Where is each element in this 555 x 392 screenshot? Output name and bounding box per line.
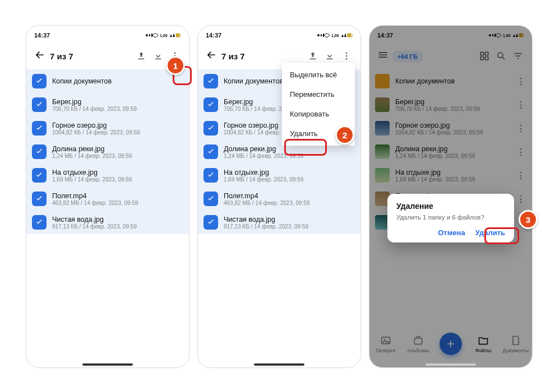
- status-icons: 1,00: [145, 32, 181, 39]
- list-item[interactable]: Берег.jpg 706,70 КБ / 14 февр. 2023, 09:…: [26, 93, 189, 116]
- menu-copy[interactable]: Копировать: [282, 104, 355, 124]
- phone-screen-3: 14:37 1,00 +64 ГБ: [369, 25, 533, 368]
- svg-text:1,00: 1,00: [331, 34, 339, 38]
- download-icon: [153, 51, 163, 61]
- file-meta: 1,24 МБ / 14 февр. 2023, 09:59: [52, 153, 183, 159]
- checkbox-checked-icon[interactable]: [32, 192, 47, 206]
- list-item[interactable]: Чистая вода.jpg 917,13 КБ / 14 февр. 202…: [26, 211, 189, 234]
- list-item[interactable]: Чистая вода.jpg 917,13 КБ / 14 февр. 202…: [198, 211, 360, 234]
- checkbox-checked-icon[interactable]: [203, 74, 218, 88]
- checkbox-checked-icon[interactable]: [32, 121, 47, 136]
- menu-move[interactable]: Переместить: [282, 85, 355, 104]
- download-button[interactable]: [150, 48, 166, 64]
- share-button[interactable]: [304, 48, 321, 64]
- file-name: Долина реки.jpg: [52, 145, 183, 153]
- selection-title: 7 из 7: [48, 52, 133, 61]
- back-button[interactable]: [203, 49, 219, 63]
- arrow-left-icon: [206, 49, 217, 60]
- home-indicator: [425, 363, 476, 366]
- checkbox-checked-icon[interactable]: [32, 144, 47, 159]
- dialog-cancel-button[interactable]: Отмена: [438, 228, 465, 237]
- file-meta: 917,13 КБ / 14 февр. 2023, 09:59: [224, 223, 355, 230]
- status-icons: 1,00: [317, 32, 353, 39]
- callout-badge-3: 3: [519, 210, 538, 229]
- file-name: Берег.jpg: [52, 98, 183, 106]
- file-meta: 463,82 МБ / 14 февр. 2023, 09:59: [52, 200, 183, 206]
- callout-badge-2: 2: [335, 125, 354, 144]
- download-icon: [325, 51, 335, 61]
- list-item[interactable]: На отдыхе.jpg 1,69 МБ / 14 февр. 2023, 0…: [198, 164, 360, 187]
- list-item[interactable]: Полет.mp4 463,82 МБ / 14 февр. 2023, 09:…: [26, 187, 189, 211]
- checkbox-checked-icon[interactable]: [32, 168, 47, 183]
- dialog-title: Удаление: [396, 202, 505, 211]
- phone-screen-2: 14:37 1,00 7 из 7: [197, 25, 361, 368]
- status-time: 14:37: [34, 32, 50, 39]
- checkbox-checked-icon[interactable]: [203, 192, 218, 206]
- svg-text:1,00: 1,00: [160, 34, 168, 38]
- svg-point-12: [346, 55, 348, 57]
- checkbox-checked-icon[interactable]: [32, 74, 47, 88]
- svg-point-4: [174, 52, 176, 54]
- svg-point-0: [146, 34, 148, 36]
- callout-ring-3: [484, 227, 519, 244]
- selection-header: 7 из 7: [26, 43, 189, 69]
- file-meta: 1,69 МБ / 14 февр. 2023, 09:59: [224, 176, 355, 183]
- list-item[interactable]: Горное озеро.jpg 1004,82 КБ / 14 февр. 2…: [26, 116, 189, 140]
- status-bar: 14:37 1,00: [198, 26, 360, 43]
- callout-ring-2: [284, 139, 327, 156]
- checkbox-checked-icon[interactable]: [203, 144, 218, 159]
- svg-rect-3: [176, 34, 179, 37]
- file-list: Копии документов Берег.jpg 706,70 КБ / 1…: [26, 69, 189, 234]
- file-meta: 1004,82 КБ / 14 февр. 2023, 09:59: [52, 129, 183, 136]
- file-name: Копии документов: [52, 77, 183, 85]
- file-name: Полет.mp4: [52, 192, 183, 200]
- file-name: На отдыхе.jpg: [52, 169, 183, 176]
- list-item-folder[interactable]: Копии документов: [26, 69, 189, 93]
- file-name: На отдыхе.jpg: [224, 169, 355, 176]
- checkbox-checked-icon[interactable]: [203, 168, 218, 183]
- file-meta: 706,70 КБ / 14 февр. 2023, 09:59: [52, 106, 183, 112]
- checkbox-checked-icon[interactable]: [203, 215, 218, 230]
- phone-screen-1: 14:37 1,00 7 из 7: [26, 25, 189, 368]
- status-time: 14:37: [206, 32, 221, 39]
- file-name: Чистая вода.jpg: [224, 216, 355, 223]
- menu-select-all[interactable]: Выделить всё: [282, 65, 355, 85]
- list-item[interactable]: На отдыхе.jpg 1,69 МБ / 14 февр. 2023, 0…: [26, 164, 189, 187]
- share-icon: [136, 51, 146, 61]
- more-button[interactable]: [338, 48, 355, 64]
- more-vert-icon: [341, 51, 351, 61]
- home-indicator: [254, 363, 304, 366]
- checkbox-checked-icon[interactable]: [203, 121, 218, 136]
- file-name: Полет.mp4: [224, 192, 355, 200]
- svg-point-7: [317, 34, 320, 36]
- file-meta: 1,69 МБ / 14 февр. 2023, 09:59: [52, 176, 183, 183]
- checkbox-checked-icon[interactable]: [32, 97, 47, 112]
- arrow-left-icon: [34, 49, 45, 60]
- home-indicator: [82, 363, 133, 366]
- download-button[interactable]: [321, 48, 338, 64]
- dialog-message: Удалить 1 папку и 6 файлов?: [396, 214, 505, 221]
- back-button[interactable]: [32, 49, 48, 63]
- list-item[interactable]: Полет.mp4 463,82 МБ / 14 февр. 2023, 09:…: [198, 187, 360, 211]
- checkbox-checked-icon[interactable]: [32, 215, 47, 230]
- svg-point-13: [346, 58, 348, 60]
- list-item[interactable]: Долина реки.jpg 1,24 МБ / 14 февр. 2023,…: [26, 140, 189, 164]
- svg-point-11: [346, 52, 348, 54]
- share-button[interactable]: [133, 48, 150, 64]
- share-icon: [308, 51, 318, 61]
- file-meta: 917,13 КБ / 14 февр. 2023, 09:59: [52, 223, 183, 230]
- file-meta: 463,82 МБ / 14 февр. 2023, 09:59: [224, 200, 355, 206]
- file-name: Чистая вода.jpg: [52, 216, 183, 223]
- checkbox-checked-icon[interactable]: [203, 97, 218, 112]
- selection-title: 7 из 7: [219, 52, 304, 61]
- file-name: Горное озеро.jpg: [52, 122, 183, 129]
- callout-badge-1: 1: [166, 56, 185, 75]
- status-bar: 14:37 1,00: [26, 26, 189, 43]
- svg-rect-10: [348, 34, 351, 37]
